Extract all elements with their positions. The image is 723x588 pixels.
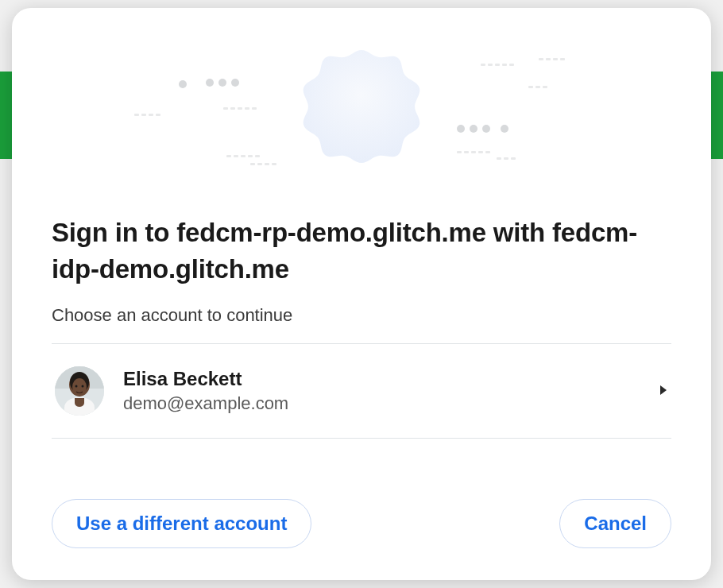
decorative-dashes — [481, 64, 514, 66]
decorative-dashes — [539, 58, 565, 60]
decorative-dots — [206, 79, 239, 87]
account-text: Elisa Beckett demo@example.com — [123, 368, 640, 414]
dialog-subheading: Choose an account to continue — [52, 305, 671, 326]
svg-point-9 — [82, 385, 84, 388]
account-option[interactable]: Elisa Beckett demo@example.com — [52, 344, 671, 438]
decorative-dashes — [250, 163, 276, 165]
scallop-background — [294, 46, 429, 181]
dialog-heading: Sign in to fedcm-rp-demo.glitch.me with … — [52, 215, 671, 288]
decorative-dashes — [226, 155, 260, 157]
account-email: demo@example.com — [123, 393, 640, 414]
avatar — [55, 366, 104, 416]
hero-illustration — [52, 36, 671, 191]
divider — [52, 438, 671, 439]
dialog-footer: Use a different account Cancel — [52, 467, 671, 548]
decorative-dots — [457, 125, 490, 133]
use-different-account-button[interactable]: Use a different account — [52, 499, 311, 548]
decorative-dashes — [223, 107, 257, 110]
lock-badge — [298, 50, 425, 177]
decorative-dots — [179, 80, 187, 88]
decorative-dashes — [134, 114, 160, 116]
cancel-button[interactable]: Cancel — [559, 499, 671, 548]
decorative-dashes — [528, 86, 547, 88]
decorative-dots — [501, 125, 508, 133]
decorative-dashes — [457, 151, 490, 153]
chevron-right-icon — [659, 385, 668, 398]
signin-dialog: Sign in to fedcm-rp-demo.glitch.me with … — [12, 8, 711, 580]
svg-point-8 — [75, 385, 78, 388]
account-name: Elisa Beckett — [123, 368, 640, 390]
decorative-dashes — [497, 157, 516, 160]
